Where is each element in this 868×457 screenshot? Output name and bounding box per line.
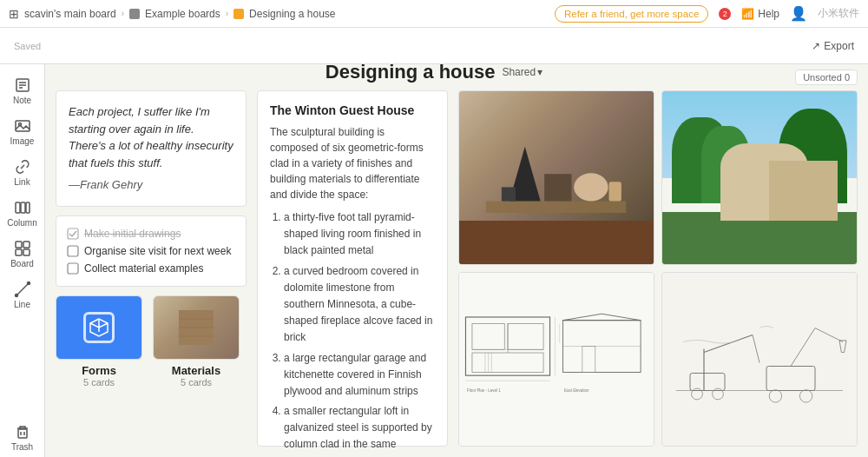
- saved-label: Saved: [14, 41, 41, 51]
- materials-board-image: [153, 295, 240, 360]
- export-icon: ↗: [812, 40, 820, 52]
- checkbox-unchecked-icon-1[interactable]: [67, 245, 79, 257]
- notification-badge[interactable]: 2: [719, 8, 731, 20]
- checklist-item-0-text: Make initial drawings: [84, 228, 181, 240]
- text-card-title: The Winton Guest House: [270, 103, 435, 117]
- svg-rect-9: [16, 242, 22, 248]
- sketch-image: [661, 272, 858, 447]
- board-icon: [14, 240, 31, 257]
- list-item-1: a curved bedroom covered in dolomite lim…: [284, 263, 435, 347]
- topbar: ⊞ scavin's main board › Example boards ›…: [0, 0, 868, 28]
- sort-count-val: 0: [845, 72, 850, 83]
- text-card-list: a thirty-five foot tall pyramid-shaped l…: [270, 209, 435, 457]
- checklist-card: Make initial drawings Organise site visi…: [56, 215, 247, 287]
- refer-button[interactable]: Refer a friend, get more space: [555, 5, 708, 23]
- content-area: Unsorted 0 Each project, I suffer like I…: [45, 64, 868, 457]
- svg-line-53: [753, 335, 760, 363]
- materials-label: Materials: [172, 364, 220, 377]
- svg-rect-20: [68, 246, 78, 256]
- materials-count: 5 cards: [181, 377, 212, 387]
- svg-text:Floor Plan - Level 1: Floor Plan - Level 1: [467, 388, 501, 393]
- column-icon: [14, 199, 31, 216]
- breadcrumb: ⊞ scavin's main board › Example boards ›…: [9, 7, 336, 21]
- trash-icon: [14, 423, 31, 440]
- quote-author: —Frank Gehry: [69, 176, 233, 194]
- sidebar-item-board[interactable]: Board: [3, 235, 43, 274]
- sidebar-item-line[interactable]: Line: [3, 275, 43, 315]
- svg-point-60: [769, 390, 781, 402]
- note-icon: [14, 76, 31, 94]
- sidebar-item-column[interactable]: Column: [3, 194, 43, 233]
- svg-rect-34: [508, 323, 543, 349]
- forms-board-card[interactable]: Forms 5 cards: [56, 295, 142, 387]
- column-label: Column: [7, 218, 36, 228]
- checklist-item-1: Organise site visit for next week: [67, 242, 235, 260]
- help-label: Help: [758, 8, 779, 20]
- note-label: Note: [13, 96, 31, 105]
- avatar-icon: 👤: [790, 5, 807, 22]
- svg-rect-12: [23, 249, 30, 255]
- breadcrumb-root[interactable]: scavin's main board: [24, 8, 116, 20]
- shared-badge[interactable]: Shared ▾: [502, 66, 542, 78]
- sidebar-item-image[interactable]: Image: [3, 112, 43, 151]
- svg-rect-54: [690, 374, 725, 391]
- topbar-right: Refer a friend, get more space 2 📶 Help …: [555, 5, 859, 23]
- sort-button[interactable]: Unsorted 0: [795, 70, 858, 85]
- checklist-item-0: Make initial drawings: [67, 225, 235, 242]
- page-title: Designing a house: [326, 61, 496, 83]
- middle-column: The Winton Guest House The sculptural bu…: [257, 90, 448, 447]
- sidebar-item-trash[interactable]: Trash: [3, 418, 43, 457]
- blueprint-svg: Floor Plan - Level 1 East Elevation: [459, 273, 654, 446]
- svg-point-61: [799, 390, 812, 402]
- breadcrumb-current[interactable]: Designing a house: [249, 8, 335, 20]
- sidebar-item-link[interactable]: Link: [3, 153, 43, 192]
- quote-card: Each project, I suffer like I'm starting…: [56, 90, 247, 207]
- export-button[interactable]: ↗ Export: [812, 40, 854, 52]
- chevron-down-icon: ▾: [537, 66, 542, 78]
- shared-label: Shared: [502, 66, 536, 78]
- checklist-item-1-text: Organise site visit for next week: [84, 245, 231, 257]
- help-button[interactable]: 📶 Help: [741, 8, 779, 20]
- sketch-svg: [662, 273, 857, 446]
- svg-line-13: [16, 283, 29, 295]
- sidebar-item-note[interactable]: Note: [3, 71, 43, 110]
- architecture-model-image: [458, 90, 654, 265]
- image-icon: [14, 117, 31, 135]
- sidebar: Note Image Link Column: [0, 64, 45, 457]
- board-icon-gray: [129, 9, 140, 19]
- cube-icon: [89, 317, 109, 338]
- svg-rect-19: [68, 228, 78, 239]
- materials-texture: [154, 296, 239, 359]
- svg-rect-45: [582, 347, 595, 373]
- svg-rect-4: [16, 121, 30, 131]
- notif-area: 2: [719, 8, 731, 20]
- breadcrumb-middle[interactable]: Example boards: [145, 8, 220, 20]
- sort-label: Unsorted: [803, 72, 842, 83]
- svg-point-15: [27, 282, 30, 285]
- wifi-icon: 📶: [741, 8, 754, 20]
- svg-point-29: [575, 173, 608, 201]
- svg-text:East Elevation: East Elevation: [564, 388, 589, 393]
- svg-rect-11: [16, 249, 22, 255]
- list-item-0: a thirty-five foot tall pyramid-shaped l…: [284, 209, 435, 260]
- checkbox-unchecked-icon-2[interactable]: [67, 262, 79, 275]
- right-images: Floor Plan - Level 1 East Elevation: [458, 90, 858, 447]
- checklist-item-2: Collect material examples: [67, 260, 235, 277]
- link-label: Link: [14, 177, 30, 187]
- svg-rect-8: [26, 202, 30, 213]
- wood-texture-icon: [179, 310, 214, 345]
- export-label: Export: [824, 40, 854, 52]
- materials-board-card[interactable]: Materials 5 cards: [153, 295, 240, 387]
- left-column: Each project, I suffer like I'm starting…: [56, 90, 247, 447]
- forms-count: 5 cards: [83, 377, 115, 387]
- house-photo-image: [661, 90, 858, 265]
- cards-area: Each project, I suffer like I'm starting…: [45, 90, 868, 457]
- link-icon: [14, 158, 31, 176]
- svg-rect-57: [766, 367, 815, 391]
- model-shapes-svg: [478, 126, 634, 229]
- svg-rect-35: [472, 353, 543, 372]
- svg-rect-30: [502, 187, 516, 201]
- breadcrumb-sep1: ›: [122, 9, 124, 18]
- list-item-2: a large rectangular garage and kitchenet…: [284, 350, 435, 401]
- breadcrumb-sep2: ›: [226, 9, 228, 18]
